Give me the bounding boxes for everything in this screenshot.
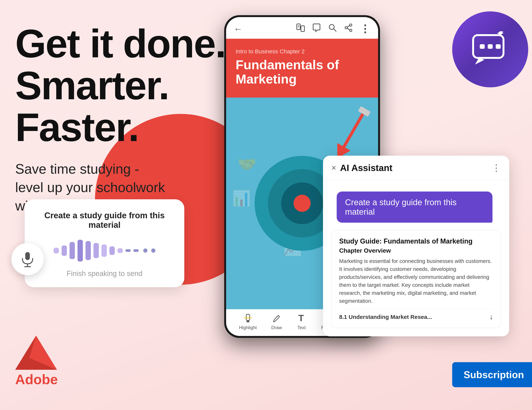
waveform-bar (109, 246, 115, 255)
ai-panel-more-button[interactable]: ⋮ (492, 163, 501, 173)
study-guide-link[interactable]: 8.1 Understanding Market Resea... ↓ (339, 309, 493, 321)
waveform-dot (143, 248, 147, 253)
draw-icon (272, 313, 282, 323)
ai-assistant-panel: × AI Assistant ⋮ Create a study guide fr… (323, 156, 509, 336)
study-guide-header: Study Guide: Fundamentals of Marketing (339, 237, 493, 245)
waveform-bar (117, 248, 123, 253)
headline: Get it done. Smarter. Faster. (15, 23, 243, 148)
svg-point-12 (350, 24, 352, 26)
highlight-icon (243, 313, 253, 323)
topbar-icons: ⋮ (296, 23, 370, 35)
book-chapter: Intro to Business Chapter 2 (236, 48, 369, 55)
svg-line-15 (347, 26, 350, 27)
svg-line-16 (347, 28, 350, 30)
draw-tool[interactable]: Draw (271, 313, 282, 330)
study-guide-chapter-label: Chapter Overview (339, 247, 493, 254)
adobe-section: Adobe (15, 336, 58, 387)
target-inner-ring (281, 182, 323, 224)
phone-topbar: ← ⋮ (226, 17, 378, 39)
draw-label: Draw (271, 325, 282, 330)
more-icon[interactable]: ⋮ (360, 23, 370, 35)
svg-rect-41 (480, 44, 485, 49)
waveform-bar (69, 242, 75, 259)
svg-point-14 (350, 29, 352, 31)
voice-card-hint: Finish speaking to send (38, 270, 171, 278)
svg-rect-27 (247, 321, 249, 322)
waveform-dot (151, 248, 155, 253)
svg-point-13 (345, 27, 347, 29)
user-query-text: Create a study guide from this material (345, 198, 484, 217)
highlight-label: Highlight (239, 325, 257, 330)
waveform-bar (62, 246, 67, 256)
comment-icon[interactable] (312, 23, 321, 34)
highlight-tool[interactable]: Highlight (239, 313, 257, 330)
svg-rect-42 (488, 44, 493, 49)
waveform (38, 239, 171, 262)
waveform-bar (54, 248, 59, 253)
svg-rect-28 (244, 317, 252, 318)
adobe-label: Adobe (15, 372, 58, 387)
study-guide-link-text: 8.1 Understanding Market Resea... (339, 314, 432, 320)
left-section: Get it done. Smarter. Faster. Save time … (15, 23, 243, 215)
search-icon[interactable] (328, 23, 337, 34)
share-icon[interactable] (344, 23, 353, 34)
text-tool[interactable]: T Text (296, 313, 307, 330)
waveform-bar (77, 240, 83, 262)
svg-text:✦: ✦ (499, 31, 504, 35)
bookmarks-icon[interactable] (296, 23, 305, 34)
ai-panel-title: AI Assistant (340, 163, 392, 173)
svg-rect-3 (25, 252, 30, 260)
adobe-logo-icon (15, 336, 57, 370)
svg-line-11 (334, 29, 336, 31)
svg-rect-43 (496, 44, 501, 49)
user-query-bubble: Create a study guide from this material (337, 191, 493, 223)
subtitle-line1: Save time studying - (15, 160, 243, 178)
book-title: Fundamentals of Marketing (236, 58, 369, 86)
link-arrow-icon: ↓ (489, 313, 493, 321)
subscription-button[interactable]: Subscription (452, 362, 532, 387)
mic-icon (19, 251, 36, 268)
waveform-bar (125, 249, 131, 252)
waveform-bar (86, 241, 91, 260)
back-icon[interactable]: ← (234, 24, 242, 34)
waveform-bar (94, 243, 99, 258)
text-label: Text (297, 325, 306, 330)
voice-card: Create a study guide from this material … (25, 199, 184, 287)
microphone-button[interactable] (11, 243, 44, 275)
waveform-bar (133, 249, 139, 252)
text-icon: T (296, 313, 307, 323)
headline-line1: Get it done. (15, 23, 243, 65)
svg-marker-38 (475, 58, 484, 64)
ai-chat-icon: ✦ ✦ (469, 31, 511, 67)
headline-line2: Smarter. Faster. (15, 65, 243, 148)
study-guide-card: Study Guide: Fundamentals of Marketing C… (331, 230, 501, 328)
svg-text:📊: 📊 (232, 189, 251, 207)
study-guide-body: Marketing is essential for connecting bu… (339, 257, 493, 305)
ai-panel-header: × AI Assistant ⋮ (323, 156, 509, 180)
subtitle-line2: level up your schoolwork (15, 178, 243, 197)
voice-card-title: Create a study guide from this material (38, 211, 171, 230)
svg-text:T: T (298, 313, 304, 323)
svg-rect-9 (301, 26, 304, 31)
waveform-bar (102, 245, 107, 257)
svg-text:🤝: 🤝 (238, 155, 256, 173)
ai-close-button[interactable]: × (331, 163, 336, 173)
ai-circle-badge: ✦ ✦ (452, 11, 528, 87)
target-center (294, 195, 311, 212)
ai-panel-header-left: × AI Assistant (331, 163, 392, 173)
book-cover: Intro to Business Chapter 2 Fundamentals… (226, 39, 378, 98)
